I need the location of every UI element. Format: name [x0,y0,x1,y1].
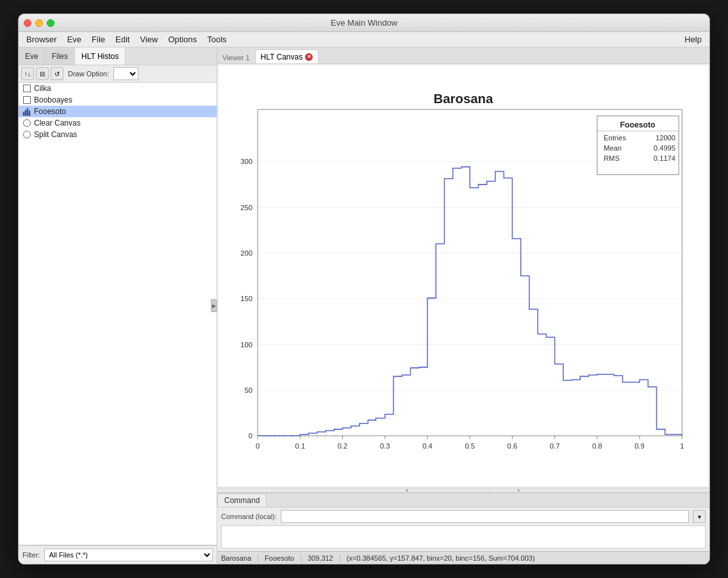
viewer-label: Viewer 1 [217,52,255,63]
histogram-svg: Barosana 0 50 100 150 200 250 300 0 0.1 [219,65,708,486]
status-histogram: Fooesoto [258,554,301,562]
svg-text:12000: 12000 [656,134,675,142]
tab-close-button[interactable]: ✕ [305,53,313,61]
tree-list: Cilka Booboayes [19,83,217,545]
circle-split-icon [22,130,31,139]
menu-file[interactable]: File [87,33,110,45]
svg-text:0.6: 0.6 [508,442,518,450]
left-panel: Eve Files HLT Histos ↑↓ ⊟ ↺ Draw Option: [19,47,217,564]
window-title: Eve Main Window [331,18,397,28]
menu-tools[interactable]: Tools [202,33,231,45]
histogram-container: Barosana 0 50 100 150 200 250 300 0 0.1 [219,65,708,486]
menubar: Browser Eve File Edit View Options Tools… [19,32,709,47]
histogram-icon [22,107,31,116]
menu-help[interactable]: Help [679,33,707,45]
refresh-button[interactable]: ↺ [51,67,63,80]
svg-text:Mean: Mean [604,144,622,152]
draw-option-select[interactable] [113,67,138,80]
svg-text:200: 200 [240,249,252,257]
item-label: Fooesoto [34,107,66,116]
svg-text:0.1174: 0.1174 [654,154,675,162]
svg-text:0.8: 0.8 [592,442,602,450]
item-label: Cilka [34,84,51,93]
svg-text:0.7: 0.7 [550,442,560,450]
svg-text:0.1: 0.1 [295,442,306,450]
list-item[interactable]: Cilka [19,83,217,94]
command-local-label: Command (local): [221,513,277,520]
menu-view[interactable]: View [135,33,163,45]
draw-option-label: Draw Option: [68,70,109,78]
tab-files[interactable]: Files [46,47,75,65]
statusbar: Barosana Fooesoto 309,312 (x=0.384565, y… [217,551,709,564]
menu-browser[interactable]: Browser [21,33,62,45]
splitter-handle[interactable]: ▶ [211,299,217,312]
list-item-clear-canvas[interactable]: Clear Canvas [19,117,217,129]
filter-label: Filter: [22,551,40,559]
svg-rect-0 [23,112,24,115]
titlebar: Eve Main Window [19,14,709,32]
command-input[interactable] [281,510,689,523]
filter-bar: Filter: All Files (*.*) [19,545,217,564]
list-item-split-canvas[interactable]: Split Canvas [19,129,217,140]
svg-rect-1 [25,110,26,115]
tab-label: HLT Canvas [261,53,303,62]
status-dataset: Barosana [221,554,258,562]
right-panel: Viewer 1 HLT Canvas ✕ Barosana 0 [217,47,709,564]
svg-text:50: 50 [245,386,252,394]
svg-text:100: 100 [240,341,252,349]
left-toolbar: ↑↓ ⊟ ↺ Draw Option: [19,65,217,83]
item-label: Booboayes [34,95,72,104]
menu-eve[interactable]: Eve [62,33,87,45]
svg-rect-3 [29,111,30,115]
svg-text:0.9: 0.9 [634,442,645,450]
svg-text:RMS: RMS [604,154,620,162]
tab-hlt-canvas[interactable]: HLT Canvas ✕ [255,49,319,63]
svg-text:0: 0 [249,432,252,440]
item-label: Split Canvas [34,130,77,139]
tab-hlt-histos[interactable]: HLT Histos [75,47,126,65]
command-output [221,525,706,549]
maximize-button[interactable] [47,19,54,27]
collapse-handle[interactable]: ▾ · · · · · · · · · · · ▾ [217,488,709,493]
command-tabs: Command [217,493,709,508]
main-content: Eve Files HLT Histos ↑↓ ⊟ ↺ Draw Option: [19,47,709,564]
minimize-button[interactable] [35,19,43,27]
svg-text:0.4: 0.4 [422,442,433,450]
svg-text:Fooesoto: Fooesoto [620,120,655,129]
dropdown-icon: ▾ [698,513,701,520]
menu-options[interactable]: Options [163,33,202,45]
svg-text:0.4995: 0.4995 [654,144,675,152]
close-button[interactable] [24,19,31,27]
list-item[interactable]: Booboayes [19,94,217,106]
tab-eve[interactable]: Eve [19,47,46,65]
filter-select[interactable]: All Files (*.*) [44,549,213,561]
status-position: 309,312 [301,554,340,562]
svg-text:250: 250 [240,204,252,211]
svg-text:1: 1 [680,442,684,450]
svg-text:0.5: 0.5 [465,442,475,450]
command-tab[interactable]: Command [217,493,267,507]
histogram-canvas: Barosana 0 50 100 150 200 250 300 0 0.1 [219,65,708,486]
menu-edit[interactable]: Edit [110,33,135,45]
svg-rect-2 [27,108,28,115]
list-item-fooesoto[interactable]: Fooesoto [19,106,217,117]
status-info: (x=0.384565, y=157.847, binx=20, binc=15… [340,554,706,562]
window-controls[interactable] [24,19,54,27]
svg-text:150: 150 [240,295,252,302]
command-row: Command (local): ▾ [217,508,709,525]
filter-icon: ⊟ [40,70,45,78]
sort-icon: ↑↓ [24,70,31,78]
sort-button[interactable]: ↑↓ [21,67,34,80]
svg-text:0.3: 0.3 [380,442,390,450]
item-label: Clear Canvas [34,119,81,128]
close-icon: ✕ [307,54,311,60]
svg-text:0.2: 0.2 [338,442,348,450]
chevron-right-icon: ▶ [212,303,216,309]
box-icon [22,84,31,93]
command-dropdown-button[interactable]: ▾ [693,510,706,523]
viewer-tabs: Viewer 1 HLT Canvas ✕ [217,47,709,64]
left-tabs: Eve Files HLT Histos [19,47,217,65]
histogram-title: Barosana [434,92,493,106]
filter-button[interactable]: ⊟ [36,67,49,80]
svg-text:300: 300 [240,158,252,165]
